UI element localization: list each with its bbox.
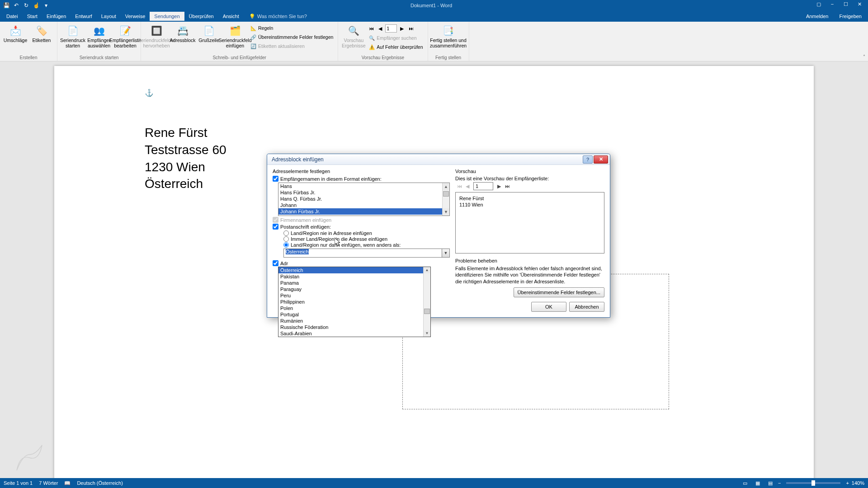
umschlaege-button[interactable]: 📩 Umschläge [3, 23, 28, 44]
empfaenger-auswaehlen-button[interactable]: 👥 Empfänger auswählen [86, 23, 112, 49]
zoom-thumb[interactable] [811, 480, 815, 486]
zoom-level[interactable]: 140% [852, 480, 864, 486]
name-format-option[interactable]: Johann [278, 202, 442, 208]
next-record-icon[interactable]: ▶ [398, 24, 406, 33]
regeln-button[interactable]: 📐Regeln [249, 23, 335, 33]
radio-never[interactable] [283, 230, 289, 236]
name-format-option[interactable]: Johann Fürbas Jr. [278, 208, 442, 215]
chk-postanschrift-row[interactable]: Postanschrift einfügen: [273, 224, 450, 230]
save-icon[interactable]: 💾 [2, 1, 11, 9]
cancel-button[interactable]: Abbrechen [569, 302, 604, 312]
dropdown-scroll-down-icon[interactable]: ▼ [424, 330, 430, 337]
close-window-icon[interactable]: ✕ [853, 1, 866, 9]
seriendruckfelder-hervorheben-button[interactable]: 🔲 Seriendruckfelder hervorheben [144, 23, 169, 49]
fertig-stellen-button[interactable]: 📑 Fertig stellen und zusammenführen [431, 23, 466, 49]
empfaenger-suchen-button[interactable]: 🔍Empfänger suchen [367, 33, 425, 42]
preview-first-icon[interactable]: ⏮ [455, 182, 463, 190]
prev-record-icon[interactable]: ◀ [376, 24, 384, 33]
adressblock-button[interactable]: 📇 Adressblock [170, 23, 195, 44]
name-format-option[interactable]: Johann Q. Fürbas Jr. [278, 215, 442, 216]
auf-fehler-button[interactable]: ⚠️Auf Fehler überprüfen [367, 42, 425, 52]
radio-diff[interactable] [283, 242, 289, 248]
touch-mode-icon[interactable]: ☝ [32, 1, 41, 9]
spellcheck-icon[interactable]: 📖 [64, 480, 71, 486]
chk-adressen[interactable] [273, 260, 278, 266]
country-option[interactable]: Russische Föderation [278, 324, 423, 330]
tell-me-box[interactable]: 💡 Was möchten Sie tun? [249, 14, 307, 19]
seriendruckfeld-einfuegen-button[interactable]: 🗂️ Seriendruckfeld einfügen [222, 23, 248, 49]
undo-icon[interactable]: ↶ [12, 1, 21, 9]
tab-start[interactable]: Start [23, 12, 42, 21]
scroll-thumb[interactable] [443, 191, 449, 197]
country-option[interactable]: Pakistan [278, 273, 423, 280]
combobox-dropdown-icon[interactable]: ▼ [442, 249, 450, 258]
country-option[interactable]: Rumänien [278, 318, 423, 324]
country-option[interactable]: Portugal [278, 311, 423, 318]
chk-name-format-row[interactable]: Empfängernamen in diesem Format einfügen… [273, 176, 450, 182]
status-page[interactable]: Seite 1 von 1 [4, 480, 33, 486]
preview-index-input[interactable] [473, 182, 493, 190]
radio-always-row[interactable]: Immer Land/Region in die Adresse einfüge… [283, 236, 450, 242]
etiketten-aktualisieren-button[interactable]: 🔄Etiketten aktualisieren [249, 42, 335, 51]
name-format-option[interactable]: Hans Q. Fürbas Jr. [278, 196, 442, 202]
chk-adressen-row[interactable]: Adr [273, 260, 450, 266]
scroll-up-icon[interactable]: ▲ [443, 183, 449, 190]
tab-entwurf[interactable]: Entwurf [71, 12, 96, 21]
ok-button[interactable]: OK [531, 302, 566, 312]
tab-sendungen[interactable]: Sendungen [150, 12, 184, 21]
scroll-down-icon[interactable]: ▼ [443, 208, 449, 216]
qat-dropdown-icon[interactable]: ▾ [42, 1, 51, 9]
chk-postanschrift[interactable] [273, 224, 278, 230]
country-option[interactable]: Philippinen [278, 299, 423, 305]
radio-always[interactable] [283, 236, 289, 242]
uebereinstimmende-felder-button[interactable]: 🔗Übereinstimmende Felder festlegen [249, 33, 335, 42]
preview-last-icon[interactable]: ⏭ [503, 182, 511, 190]
sign-in-button[interactable]: Anmelden [802, 12, 833, 21]
country-option[interactable]: Polen [278, 305, 423, 311]
country-option[interactable]: Panama [278, 280, 423, 286]
ribbon-display-options-icon[interactable]: ▢ [812, 1, 826, 9]
country-combobox[interactable]: Österreich ▼ [283, 249, 450, 258]
empfaengerliste-bearbeiten-button[interactable]: 📝 Empfängerliste bearbeiten [113, 23, 138, 49]
tab-datei[interactable]: Datei [2, 12, 23, 21]
preview-prev-icon[interactable]: ◀ [463, 182, 472, 190]
maximize-icon[interactable]: ☐ [839, 1, 853, 9]
tab-ansicht[interactable]: Ansicht [218, 12, 244, 21]
zoom-out-icon[interactable]: − [778, 480, 781, 486]
tab-ueberpruefen[interactable]: Überprüfen [184, 12, 218, 21]
grusszeile-button[interactable]: 📄 Grußzeile [196, 23, 222, 44]
first-record-icon[interactable]: ⏮ [367, 24, 375, 33]
zoom-in-icon[interactable]: + [846, 480, 849, 486]
dialog-close-icon[interactable]: ✕ [594, 155, 608, 164]
read-mode-icon[interactable]: ▭ [740, 479, 750, 487]
vorschau-ergebnisse-button[interactable]: 🔍 Vorschau Ergebnisse [341, 23, 366, 49]
tab-layout[interactable]: Layout [97, 12, 121, 21]
last-record-icon[interactable]: ⏭ [407, 24, 415, 33]
match-fields-dialog-button[interactable]: Übereinstimmende Felder festlegen... [514, 287, 604, 297]
country-option[interactable]: Österreich [278, 267, 423, 273]
dialog-help-icon[interactable]: ? [583, 155, 593, 164]
zoom-slider[interactable] [786, 482, 840, 484]
name-format-option[interactable]: Hans [278, 183, 442, 189]
chk-name-format[interactable] [273, 176, 278, 182]
collapse-ribbon-icon[interactable]: ˄ [863, 54, 865, 59]
country-combobox-input[interactable]: Österreich [283, 249, 442, 258]
share-button[interactable]: Freigeben [835, 12, 866, 21]
dropdown-scroll-up-icon[interactable]: ▲ [424, 267, 430, 273]
country-option[interactable]: Paraguay [278, 286, 423, 292]
web-layout-icon[interactable]: ▤ [765, 479, 775, 487]
radio-never-row[interactable]: Land/Region nie in Adresse einfügen [283, 230, 450, 236]
record-index-input[interactable] [385, 24, 397, 33]
seriendruck-starten-button[interactable]: 📄 Seriendruck starten [60, 23, 85, 49]
radio-diff-row[interactable]: Land/Region nur dann einfügen, wenn ande… [283, 242, 450, 248]
etiketten-button[interactable]: 🏷️ Etiketten [29, 23, 54, 44]
dropdown-scroll-thumb[interactable] [424, 309, 430, 314]
minimize-icon[interactable]: − [826, 1, 839, 9]
listbox-scrollbar[interactable]: ▲ ▼ [442, 183, 449, 216]
tab-einfuegen[interactable]: Einfügen [42, 12, 71, 21]
dialog-titlebar[interactable]: Adressblock einfügen ? ✕ [267, 154, 610, 165]
name-format-listbox[interactable]: HansHans Fürbas Jr.Hans Q. Fürbas Jr.Joh… [278, 183, 450, 216]
tab-verweise[interactable]: Verweise [121, 12, 150, 21]
status-language[interactable]: Deutsch (Österreich) [77, 480, 123, 486]
print-layout-icon[interactable]: ▦ [753, 479, 763, 487]
